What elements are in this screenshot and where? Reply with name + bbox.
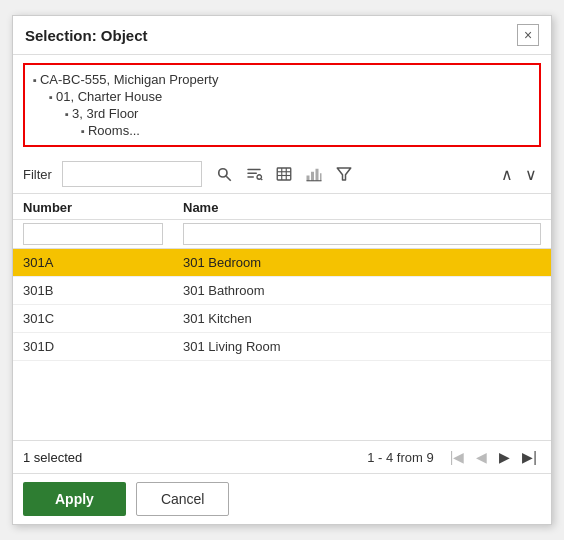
cell-number: 301C	[13, 305, 173, 333]
col-header-number: Number	[13, 194, 173, 220]
svg-point-5	[257, 175, 262, 180]
data-table: Number Name 301A 301 Bedroom	[13, 194, 551, 361]
svg-line-1	[226, 176, 231, 181]
breadcrumb-item-2: 3, 3rd Floor	[65, 105, 531, 122]
filter-input[interactable]	[62, 161, 202, 187]
cell-name: 301 Kitchen	[173, 305, 551, 333]
svg-rect-12	[306, 176, 309, 181]
prev-page-button[interactable]: ◀	[472, 447, 491, 467]
pagination: 1 - 4 from 9 |◀ ◀ ▶ ▶|	[367, 447, 541, 467]
column-filter-row	[13, 220, 551, 249]
svg-rect-7	[277, 168, 291, 180]
expand-down-button[interactable]: ∨	[521, 163, 541, 186]
svg-rect-14	[315, 169, 318, 181]
last-page-button[interactable]: ▶|	[518, 447, 541, 467]
dialog-header: Selection: Object ×	[13, 16, 551, 55]
chart-icon[interactable]	[302, 162, 326, 186]
cancel-button[interactable]: Cancel	[136, 482, 230, 516]
nav-arrows: ∧ ∨	[497, 163, 541, 186]
cell-number: 301D	[13, 333, 173, 361]
table-footer: 1 selected 1 - 4 from 9 |◀ ◀ ▶ ▶|	[13, 440, 551, 473]
columns-icon[interactable]	[272, 162, 296, 186]
breadcrumb-box: CA-BC-555, Michigan Property 01, Charter…	[23, 63, 541, 147]
svg-point-0	[219, 169, 227, 177]
cell-name: 301 Bathroom	[173, 277, 551, 305]
breadcrumb-item-0: CA-BC-555, Michigan Property	[33, 71, 531, 88]
apply-button[interactable]: Apply	[23, 482, 126, 516]
table-row[interactable]: 301A 301 Bedroom	[13, 249, 551, 277]
selection-dialog: Selection: Object × CA-BC-555, Michigan …	[12, 15, 552, 525]
col-header-name: Name	[173, 194, 551, 220]
table-header-row: Number Name	[13, 194, 551, 220]
breadcrumb-list: CA-BC-555, Michigan Property 01, Charter…	[33, 71, 531, 139]
table-row[interactable]: 301C 301 Kitchen	[13, 305, 551, 333]
svg-rect-15	[320, 173, 322, 181]
svg-line-6	[261, 179, 262, 180]
funnel-icon[interactable]	[332, 162, 356, 186]
breadcrumb-item-3: Rooms...	[81, 122, 531, 139]
table-row[interactable]: 301B 301 Bathroom	[13, 277, 551, 305]
svg-rect-2	[247, 169, 261, 171]
first-page-button[interactable]: |◀	[446, 447, 469, 467]
svg-rect-3	[247, 173, 257, 175]
action-footer: Apply Cancel	[13, 473, 551, 524]
table-row[interactable]: 301D 301 Living Room	[13, 333, 551, 361]
breadcrumb-item-1: 01, Charter House	[49, 88, 531, 105]
number-filter-cell	[13, 220, 173, 249]
cell-number: 301B	[13, 277, 173, 305]
number-filter-input[interactable]	[23, 223, 163, 245]
close-button[interactable]: ×	[517, 24, 539, 46]
cell-name: 301 Living Room	[173, 333, 551, 361]
cell-number: 301A	[13, 249, 173, 277]
cell-name: 301 Bedroom	[173, 249, 551, 277]
next-page-button[interactable]: ▶	[495, 447, 514, 467]
collapse-up-button[interactable]: ∧	[497, 163, 517, 186]
page-info: 1 - 4 from 9	[367, 450, 433, 465]
svg-marker-17	[337, 168, 351, 180]
filter-row: Filter	[13, 155, 551, 194]
filter-list-icon[interactable]	[242, 162, 266, 186]
table-body: 301A 301 Bedroom 301B 301 Bathroom 301C …	[13, 249, 551, 361]
dialog-title: Selection: Object	[25, 27, 148, 44]
selected-count: 1 selected	[23, 450, 82, 465]
svg-rect-13	[311, 172, 314, 181]
name-filter-input[interactable]	[183, 223, 541, 245]
filter-label: Filter	[23, 167, 52, 182]
svg-rect-4	[247, 176, 254, 178]
search-icon[interactable]	[212, 162, 236, 186]
toolbar-icons	[212, 162, 356, 186]
name-filter-cell	[173, 220, 551, 249]
table-container: Number Name 301A 301 Bedroom	[13, 194, 551, 440]
